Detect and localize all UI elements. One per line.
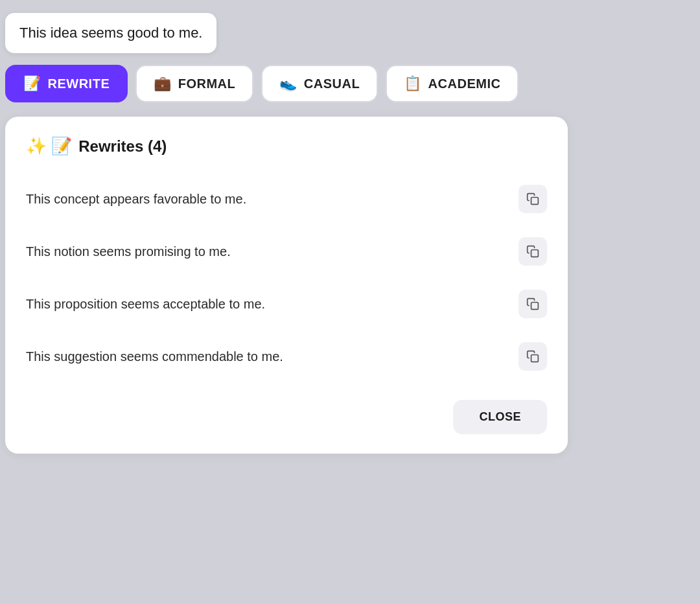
rewrite-label: REWRITE	[48, 76, 110, 91]
svg-rect-3	[531, 355, 539, 362]
close-row: CLOSE	[26, 400, 547, 434]
toolbar: 📝 REWRITE 💼 FORMAL 👟 CASUAL 📋 ACADEMIC	[5, 65, 570, 102]
results-panel: ✨ 📝 Rewrites (4) This concept appears fa…	[5, 117, 568, 454]
close-button[interactable]: CLOSE	[453, 400, 547, 434]
rewrite-text-3: This proposition seems acceptable to me.	[26, 297, 265, 312]
rewrite-item-4: This suggestion seems commendable to me.	[26, 332, 547, 382]
close-label: CLOSE	[479, 410, 521, 423]
academic-icon: 📋	[404, 75, 422, 92]
copy-icon-1	[526, 192, 539, 205]
copy-icon-4	[526, 350, 539, 363]
rewrite-item-3: This proposition seems acceptable to me.	[26, 279, 547, 329]
main-container: This idea seems good to me. 📝 REWRITE 💼 …	[0, 0, 583, 467]
formal-icon: 💼	[154, 75, 172, 92]
copy-button-2[interactable]	[519, 237, 547, 266]
rewrite-text-2: This notion seems promising to me.	[26, 244, 231, 259]
panel-header-icons: ✨ 📝	[26, 136, 72, 156]
rewrite-icon: 📝	[23, 75, 41, 92]
casual-button[interactable]: 👟 CASUAL	[261, 65, 378, 102]
svg-rect-2	[531, 303, 539, 310]
svg-rect-1	[531, 250, 539, 257]
rewrite-item-1: This concept appears favorable to me.	[26, 174, 547, 224]
academic-label: ACADEMIC	[428, 76, 501, 91]
copy-button-3[interactable]	[519, 290, 547, 318]
rewrite-item-2: This notion seems promising to me.	[26, 227, 547, 277]
copy-button-4[interactable]	[519, 342, 547, 371]
svg-rect-0	[531, 198, 539, 205]
copy-icon-2	[526, 245, 539, 258]
copy-icon-3	[526, 297, 539, 310]
casual-icon: 👟	[279, 75, 298, 92]
copy-button-1[interactable]	[519, 185, 547, 213]
panel-title: Rewrites (4)	[78, 137, 167, 156]
formal-label: FORMAL	[178, 76, 236, 91]
formal-button[interactable]: 💼 FORMAL	[135, 65, 253, 102]
input-text: This idea seems good to me.	[19, 25, 202, 41]
rewrite-text-4: This suggestion seems commendable to me.	[26, 349, 283, 364]
panel-header: ✨ 📝 Rewrites (4)	[26, 136, 547, 156]
academic-button[interactable]: 📋 ACADEMIC	[386, 65, 519, 102]
rewrite-text-1: This concept appears favorable to me.	[26, 192, 246, 207]
casual-label: CASUAL	[304, 76, 360, 91]
input-display: This idea seems good to me.	[5, 13, 216, 53]
rewrite-button[interactable]: 📝 REWRITE	[5, 65, 128, 102]
